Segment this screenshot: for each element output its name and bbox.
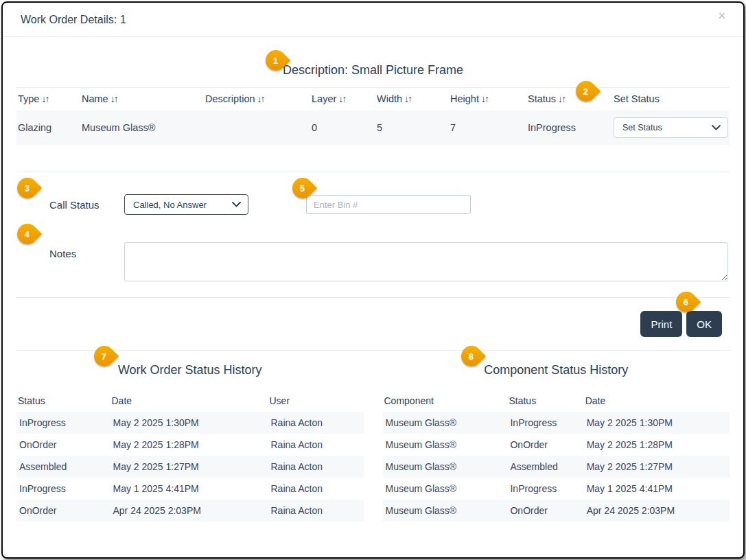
- sort-icon[interactable]: ↓↑: [110, 93, 117, 104]
- wo-header-date: Date: [110, 391, 268, 412]
- component-row: Glazing Museum Glass® 0 5 7 InProgress S…: [16, 110, 730, 145]
- column-header-width[interactable]: Width↓↑: [375, 88, 449, 111]
- column-header-layer[interactable]: Layer↓↑: [310, 88, 375, 111]
- sort-icon[interactable]: ↓↑: [257, 93, 264, 104]
- comp-header-component: Component: [383, 391, 508, 412]
- history-section: Work Order Status History Status Date Us…: [16, 351, 730, 522]
- work-order-history-panel: Work Order Status History Status Date Us…: [16, 351, 364, 522]
- comp-header-date: Date: [584, 391, 730, 412]
- component-type: Glazing: [16, 110, 80, 145]
- modal-body: Description: Small Picture Frame Type↓↑ …: [3, 63, 743, 522]
- component-history-table: Component Status Date Museum Glass® InPr…: [383, 391, 730, 522]
- description-heading: Description: Small Picture Frame: [16, 63, 730, 78]
- work-order-history-title: Work Order Status History: [16, 363, 364, 377]
- component-history-panel: Component Status History Component Statu…: [383, 351, 730, 522]
- divider: [16, 297, 730, 298]
- component-history-header-row: Component Status Date: [383, 391, 730, 412]
- work-order-history-table: Status Date User InProgress May 2 2025 1…: [16, 391, 364, 522]
- print-button[interactable]: Print: [640, 311, 682, 337]
- table-row: InProgress May 1 2025 4:41PM Raina Acton: [16, 478, 364, 500]
- component-width: 5: [375, 110, 449, 145]
- notes-row: Notes: [16, 242, 730, 281]
- table-row: Museum Glass® InProgress May 2 2025 1:30…: [383, 412, 730, 434]
- table-row: InProgress May 2 2025 1:30PM Raina Acton: [16, 412, 364, 434]
- sort-icon[interactable]: ↓↑: [41, 93, 48, 104]
- table-row: Museum Glass® OnOrder May 2 2025 1:28PM: [383, 434, 730, 456]
- ok-button[interactable]: OK: [686, 311, 722, 337]
- modal-title: Work Order Details: 1: [21, 14, 126, 26]
- column-header-description[interactable]: Description↓↑: [204, 88, 310, 111]
- table-row: OnOrder May 2 2025 1:28PM Raina Acton: [16, 434, 364, 456]
- component-history-title: Component Status History: [383, 363, 730, 377]
- component-name: Museum Glass®: [80, 110, 204, 145]
- wo-header-user: User: [268, 391, 363, 412]
- work-order-details-modal: Work Order Details: 1 × Description: Sma…: [1, 1, 745, 559]
- sort-icon[interactable]: ↓↑: [404, 93, 411, 104]
- table-row: Museum Glass® OnOrder Apr 24 2025 2:03PM: [383, 500, 730, 522]
- table-row: Museum Glass® Assembled May 2 2025 1:27P…: [383, 456, 730, 478]
- wo-header-status: Status: [16, 391, 110, 412]
- components-table: Type↓↑ Name↓↑ Description↓↑ Layer↓↑ Widt…: [16, 87, 730, 145]
- work-order-history-header-row: Status Date User: [16, 391, 364, 412]
- call-status-row: Call Status Called, No Answer: [16, 194, 730, 215]
- table-row: Museum Glass® InProgress May 1 2025 4:41…: [383, 478, 730, 500]
- column-header-set-status: Set Status: [612, 88, 730, 111]
- sort-icon[interactable]: ↓↑: [338, 93, 345, 104]
- component-layer: 0: [310, 110, 375, 145]
- chevron-down-icon: [712, 125, 721, 130]
- column-header-height[interactable]: Height↓↑: [449, 88, 526, 111]
- table-row: OnOrder Apr 24 2025 2:03PM Raina Acton: [16, 500, 364, 522]
- bin-number-input[interactable]: [306, 195, 471, 214]
- chevron-down-icon: [232, 202, 241, 207]
- action-buttons: Print OK: [16, 311, 730, 337]
- call-status-label: Call Status: [16, 199, 124, 211]
- close-icon[interactable]: ×: [718, 10, 725, 22]
- sort-icon[interactable]: ↓↑: [481, 93, 488, 104]
- column-header-name[interactable]: Name↓↑: [80, 88, 204, 111]
- call-status-dropdown[interactable]: Called, No Answer: [124, 194, 248, 215]
- component-description: [204, 110, 310, 145]
- component-height: 7: [449, 110, 526, 145]
- sort-icon[interactable]: ↓↑: [558, 93, 565, 104]
- column-header-type[interactable]: Type↓↑: [16, 88, 80, 111]
- component-status: InProgress: [526, 110, 612, 145]
- notes-label: Notes: [16, 242, 124, 259]
- components-table-header-row: Type↓↑ Name↓↑ Description↓↑ Layer↓↑ Widt…: [16, 88, 730, 111]
- notes-textarea[interactable]: [124, 242, 728, 281]
- modal-header: Work Order Details: 1 ×: [3, 3, 743, 37]
- divider: [16, 172, 730, 172]
- comp-header-status: Status: [507, 391, 583, 412]
- set-status-dropdown[interactable]: Set Status: [614, 117, 728, 138]
- table-row: Assembled May 2 2025 1:27PM Raina Acton: [16, 456, 364, 478]
